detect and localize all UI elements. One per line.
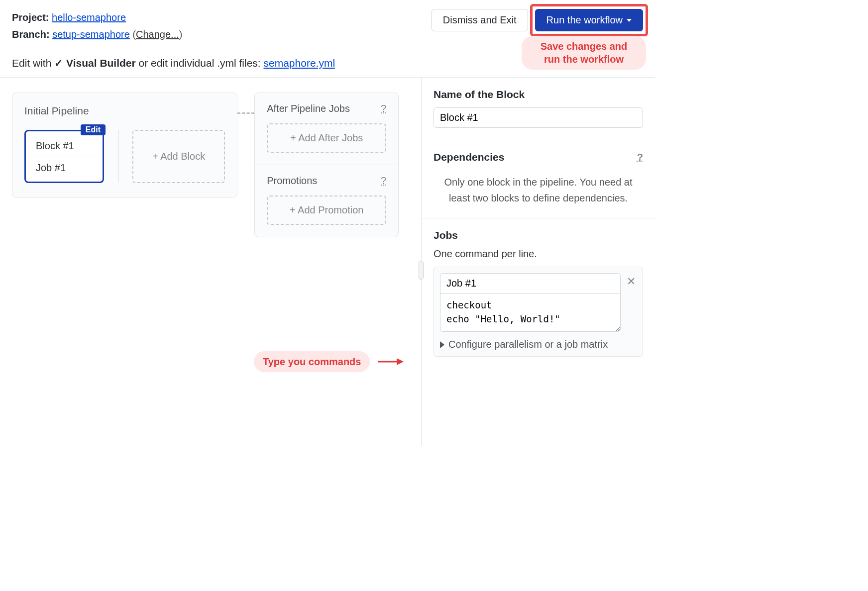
annotation-type-commands: Type you commands (254, 351, 370, 372)
dependencies-label: Dependencies (434, 151, 504, 163)
add-block-button[interactable]: + Add Block (132, 130, 225, 183)
block-job-name: Job #1 (36, 162, 93, 174)
jobs-label: Jobs (434, 229, 643, 241)
block-name: Block #1 (36, 140, 93, 152)
dependencies-help-icon[interactable]: ? (637, 152, 643, 163)
branch-label: Branch: (12, 29, 50, 40)
annotation-type-commands-wrap: Type you commands (254, 351, 404, 372)
pipeline-title: Initial Pipeline (24, 105, 225, 117)
add-after-jobs-button[interactable]: + Add After Jobs (267, 123, 386, 153)
change-paren: (Change...) (132, 29, 182, 40)
block-card[interactable]: Edit Block #1 Job #1 (24, 130, 104, 183)
dismiss-exit-button[interactable]: Dismiss and Exit (432, 9, 528, 31)
after-jobs-title: After Pipeline Jobs (267, 103, 350, 114)
project-link[interactable]: hello-semaphore (52, 12, 126, 23)
visual-builder-tab[interactable]: Visual Builder (66, 57, 136, 69)
run-workflow-label: Run the workflow (546, 14, 623, 26)
dependencies-message: Only one block in the pipeline. You need… (434, 170, 643, 206)
jobs-hint: One command per line. (434, 248, 643, 260)
edit-badge: Edit (81, 124, 106, 135)
check-icon: ✓ (54, 57, 66, 69)
job-editor: ✕ Configure parallelism or a job matrix (434, 267, 643, 357)
block-divider (34, 157, 95, 157)
block-settings-panel: Name of the Block Dependencies ? Only on… (421, 78, 655, 446)
caret-down-icon (627, 19, 632, 22)
edit-suffix: or edit individual .yml files: (136, 57, 264, 69)
name-of-block-label: Name of the Block (434, 89, 643, 100)
svg-marker-1 (397, 358, 404, 365)
configure-parallelism-toggle[interactable]: Configure parallelism or a job matrix (440, 339, 637, 350)
initial-pipeline-card: Initial Pipeline Edit Block #1 Job #1 + … (12, 93, 237, 197)
header-info: Project: hello-semaphore Branch: setup-s… (12, 9, 182, 43)
after-jobs-help-icon[interactable]: ? (381, 103, 386, 114)
triangle-right-icon (440, 341, 444, 348)
pipeline-connector (237, 112, 254, 114)
change-branch-link[interactable]: Change... (136, 29, 179, 40)
configure-parallelism-label: Configure parallelism or a job matrix (448, 339, 608, 350)
edit-prefix: Edit with (12, 57, 51, 69)
panel-resize-handle[interactable] (419, 261, 424, 280)
run-workflow-button[interactable]: Run the workflow (535, 9, 643, 31)
branch-link[interactable]: setup-semaphore (52, 29, 130, 40)
project-label: Project: (12, 12, 49, 23)
yml-file-link[interactable]: semaphore.yml (264, 57, 335, 69)
promotions-help-icon[interactable]: ? (381, 175, 386, 187)
arrow-right-icon (377, 356, 404, 368)
after-pipeline-card: After Pipeline Jobs ? + Add After Jobs P… (254, 93, 399, 237)
block-name-input[interactable] (434, 107, 643, 128)
job-commands-textarea[interactable] (440, 293, 621, 332)
add-promotion-button[interactable]: + Add Promotion (267, 196, 386, 225)
job-name-input[interactable] (440, 273, 621, 293)
remove-job-button[interactable]: ✕ (626, 273, 637, 287)
promotions-title: Promotions (267, 175, 317, 187)
annotation-save-run: Save changes and run the workflow (522, 36, 646, 70)
vertical-divider (118, 130, 118, 183)
pipeline-canvas: Initial Pipeline Edit Block #1 Job #1 + … (0, 78, 421, 446)
